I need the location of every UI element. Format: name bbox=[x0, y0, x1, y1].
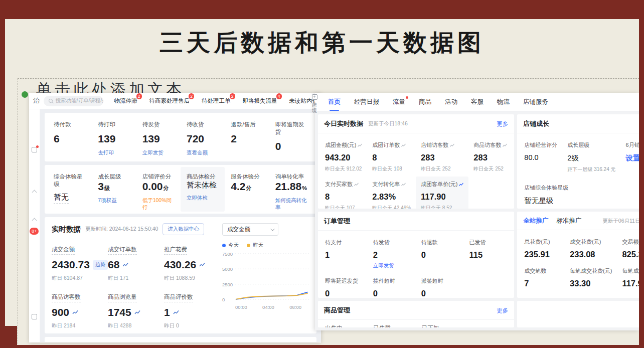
more-link[interactable]: 更多 bbox=[497, 120, 508, 128]
trend-chart-icon[interactable] bbox=[199, 262, 205, 267]
search-input[interactable]: 搜索功能/订单/课程/规则/帮助/服务 bbox=[44, 96, 103, 106]
mini-trend-icon[interactable] bbox=[358, 143, 362, 147]
mini-trend-icon[interactable] bbox=[503, 143, 507, 147]
nav-item[interactable]: 活动 bbox=[445, 98, 457, 106]
stat-label: 成团金额(元) bbox=[325, 141, 362, 149]
more-link[interactable]: 更多 bbox=[497, 307, 508, 314]
stat-label: 成团订单数 bbox=[372, 141, 411, 149]
stat-label: 每笔成交金额(元) bbox=[622, 267, 639, 275]
metric-select[interactable]: 成交金额 bbox=[222, 223, 278, 236]
stat-action-link[interactable]: 查看金额 bbox=[187, 149, 219, 156]
stat-value: 139 bbox=[142, 133, 175, 145]
stat-value: 21.88 bbox=[275, 181, 302, 192]
realtime-stat-cell: 成交订单数 68 昨日 171 bbox=[108, 244, 164, 282]
topnav-shortcut[interactable]: 即将损失流量 4 bbox=[243, 97, 277, 105]
stat-action-link[interactable]: 去打印 bbox=[98, 149, 130, 156]
stat-value: 2 bbox=[373, 250, 411, 260]
tab-site-promotion[interactable]: 全站推广 bbox=[523, 217, 548, 225]
mini-trend-icon[interactable] bbox=[401, 183, 406, 187]
order-stat-cell: 待付款 6 bbox=[48, 115, 92, 159]
trend-chip[interactable]: 趋势 bbox=[93, 260, 108, 270]
legend-item[interactable]: 昨天 bbox=[247, 242, 263, 249]
stat-label: 退款/售后 bbox=[231, 121, 263, 128]
data-center-button[interactable]: 进入数据中心 bbox=[163, 223, 204, 235]
stat-action-link[interactable]: 立即体检 bbox=[187, 195, 219, 202]
stat-label: 交易额(元) bbox=[622, 238, 639, 246]
stat-action-link[interactable]: 7项权益 bbox=[98, 197, 130, 204]
topnav-shortcut[interactable]: 物流停滞 2 bbox=[114, 97, 137, 105]
legend-item[interactable]: 今天 bbox=[222, 242, 239, 249]
stat-action-link[interactable]: 如何提高转化率 bbox=[275, 197, 307, 211]
mini-trend-icon[interactable] bbox=[459, 183, 463, 187]
growth-stat-cell: 成长层级 2级 距下一层级 316.24 元 bbox=[562, 137, 620, 177]
mini-chart-panel: 成交金额 今天 bbox=[220, 223, 309, 327]
notification-badge: 2 bbox=[189, 93, 194, 100]
chevron-up-icon[interactable] bbox=[32, 190, 37, 195]
stat-label: 店铺经营评分 bbox=[524, 141, 557, 149]
promotion-stat-cell: 每笔成交金额(元) 117.90 bbox=[617, 263, 639, 292]
trend-chart-icon[interactable] bbox=[134, 310, 140, 315]
sidebar-manage-icon[interactable] bbox=[32, 147, 37, 152]
promotion-stat-cell: 总花费(元) 235.91 bbox=[519, 234, 565, 263]
notification-badge: 2 bbox=[230, 93, 235, 100]
tab-standard-promotion[interactable]: 标准推广 bbox=[556, 217, 581, 225]
stat-value: 0 bbox=[325, 289, 363, 298]
stat-unit: 分 bbox=[164, 185, 169, 191]
stat-value: 33.30 bbox=[570, 279, 612, 288]
order-stat-cell: 即将延迟发货 0 bbox=[320, 273, 368, 298]
nav-item[interactable]: 客服 bbox=[471, 98, 484, 106]
stat-yesterday: 昨日全天 107 bbox=[325, 205, 362, 209]
nav-item[interactable]: 流量 bbox=[393, 98, 405, 106]
stat-yesterday: 昨日全天 912.02 bbox=[325, 165, 362, 172]
topnav-shortcut[interactable]: 待商家处理售后 2 bbox=[149, 97, 190, 105]
stat-label: 成团客单价(元) bbox=[421, 181, 463, 188]
health-stat-cell: 询单转化率 21.88% 如何提高转化率 bbox=[269, 167, 313, 212]
promotion-stat-cell: 每笔成交花费(元) 33.30 bbox=[565, 263, 617, 292]
nav-item[interactable]: 店铺服务 bbox=[523, 98, 548, 106]
plus-icon[interactable]: + bbox=[312, 94, 317, 100]
chevron-up-icon[interactable] bbox=[32, 218, 37, 223]
orders-overview-card: 待付款 6 待打印 139 去打印 待发货 139 bbox=[45, 113, 316, 161]
stat-action-link[interactable]: 立即发货 bbox=[373, 262, 411, 269]
left-dashboard-topnav: 治 搜索功能/订单/课程/规则/帮助/服务 物流停滞 2 待商家处理售后 2 bbox=[29, 93, 321, 109]
x-tick: 08:00 bbox=[289, 304, 301, 310]
stat-value: 283 bbox=[421, 153, 463, 162]
mini-trend-icon[interactable] bbox=[401, 143, 406, 147]
stat-value: 6 bbox=[54, 133, 86, 145]
stat-unit: 分 bbox=[246, 185, 252, 191]
stat-yesterday: 昨日全天 108 bbox=[372, 165, 411, 172]
trend-chart-icon[interactable] bbox=[173, 310, 179, 315]
stat-value: 68 bbox=[108, 259, 119, 271]
section-updated: 更新于06月11日 bbox=[602, 218, 639, 225]
product-stat-label: 已下架 bbox=[422, 324, 439, 327]
nav-item[interactable]: 商品 bbox=[419, 98, 431, 106]
sidebar-app-icon[interactable] bbox=[32, 314, 37, 319]
stat-value: 943.20 bbox=[325, 153, 362, 162]
nav-item[interactable]: 首页 bbox=[328, 98, 341, 106]
order-stats-grid: 待支付 1 待发货 2 立即发货 bbox=[318, 231, 514, 298]
realtime-stats-grid: 成交金额 2430.73 趋势 昨日 6104.87 bbox=[52, 244, 220, 329]
today-stat-cell: 店铺访客数 283 昨日全天 252 bbox=[416, 137, 468, 177]
stat-label: 成交花费(元) bbox=[570, 238, 612, 246]
stat-action-link[interactable]: 低于100%同行 bbox=[142, 197, 175, 211]
stat-label: 商品评价数 bbox=[164, 293, 193, 302]
nav-item[interactable]: 物流 bbox=[497, 98, 510, 106]
cross-border-tab-fragment[interactable]: 跨境 bbox=[310, 102, 319, 113]
trend-chart-icon[interactable] bbox=[122, 262, 128, 267]
growth-stat-cell: 6月销售目标(元) 设置 bbox=[621, 137, 639, 177]
stat-value: 720 bbox=[187, 133, 219, 145]
stat-action-link[interactable]: 立即发货 bbox=[142, 149, 175, 156]
trend-chart-icon[interactable] bbox=[72, 310, 78, 315]
y-tick: 2500 bbox=[222, 282, 233, 287]
promo-banner-card: 618大促 活动报名中 查看详情 立即报名 bbox=[45, 337, 316, 342]
mini-trend-icon[interactable] bbox=[354, 183, 359, 187]
today-stat-cell: 成团订单数 8 昨日全天 108 bbox=[367, 137, 416, 177]
stat-yesterday: 昨日 2184 bbox=[52, 322, 108, 329]
mini-trend-icon[interactable] bbox=[450, 143, 454, 147]
stat-value: 117.90 bbox=[622, 279, 639, 288]
stat-label: 待支付 bbox=[325, 239, 363, 246]
order-stat-cell: 待发货 139 立即发货 bbox=[136, 115, 181, 159]
nav-item[interactable]: 经营日报 bbox=[354, 98, 379, 106]
topnav-shortcut[interactable]: 待处理工单 2 bbox=[202, 97, 231, 105]
corner-block bbox=[0, 326, 17, 348]
